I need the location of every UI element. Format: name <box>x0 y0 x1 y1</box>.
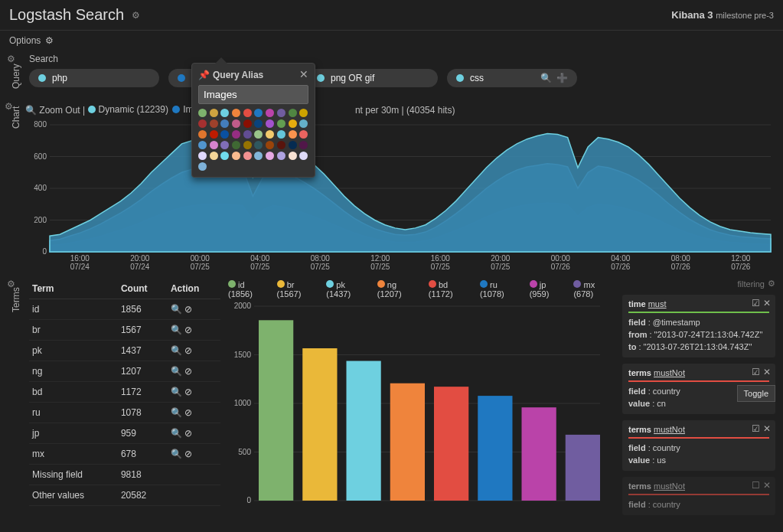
options-gear-icon[interactable]: ⚙ <box>45 35 54 46</box>
remove-icon[interactable]: ✕ <box>763 480 771 491</box>
color-swatch[interactable] <box>220 130 229 139</box>
color-swatch[interactable] <box>210 109 218 117</box>
color-swatch[interactable] <box>277 130 285 139</box>
svg-text:04:00: 04:00 <box>250 254 269 263</box>
color-swatch[interactable] <box>210 130 218 139</box>
terms-table: Term Count Action id1856🔍 ⊘br1567🔍 ⊘pk14… <box>29 279 220 506</box>
color-swatch[interactable] <box>232 119 240 128</box>
timeseries-chart[interactable]: 020040060080016:0007/2420:0007/2400:0007… <box>25 120 775 273</box>
color-swatch[interactable] <box>220 109 229 117</box>
color-swatch[interactable] <box>254 130 263 139</box>
color-swatch[interactable] <box>210 152 218 160</box>
color-swatch[interactable] <box>198 130 207 139</box>
checkbox-icon[interactable]: ☑ <box>752 367 760 377</box>
color-swatch[interactable] <box>266 152 274 160</box>
color-swatch[interactable] <box>289 152 297 160</box>
color-swatch[interactable] <box>254 119 263 128</box>
filter-out-icon[interactable]: ⊘ <box>184 345 192 356</box>
color-swatch[interactable] <box>277 109 285 117</box>
color-swatch[interactable] <box>299 109 308 117</box>
filtering-gear-icon[interactable]: ⚙ <box>768 279 775 289</box>
color-swatch[interactable] <box>220 152 229 160</box>
color-swatch[interactable] <box>232 141 240 149</box>
color-swatch[interactable] <box>289 130 297 139</box>
color-swatch[interactable] <box>266 130 274 139</box>
color-swatch[interactable] <box>266 109 274 117</box>
remove-icon[interactable]: ✕ <box>763 423 771 434</box>
color-swatch[interactable] <box>243 130 252 139</box>
svg-text:2000: 2000 <box>234 302 252 310</box>
color-swatch[interactable] <box>277 119 285 128</box>
zoom-icon[interactable]: 🔍 <box>25 105 37 116</box>
color-swatch[interactable] <box>198 141 207 149</box>
checkbox-icon[interactable]: ☑ <box>752 298 760 308</box>
color-swatch[interactable] <box>232 130 240 139</box>
color-swatch[interactable] <box>299 141 308 149</box>
filter-out-icon[interactable]: ⊘ <box>184 428 192 439</box>
color-swatch[interactable] <box>220 119 229 128</box>
color-swatch[interactable] <box>299 119 308 128</box>
color-swatch[interactable] <box>243 141 252 149</box>
color-swatch[interactable] <box>254 152 263 160</box>
color-swatch[interactable] <box>243 152 252 160</box>
filter-out-icon[interactable]: ⊘ <box>184 449 192 459</box>
filter-in-icon[interactable]: 🔍 <box>171 366 182 377</box>
color-swatch[interactable] <box>289 119 297 128</box>
filter-in-icon[interactable]: 🔍 <box>171 428 182 439</box>
color-swatch[interactable] <box>266 141 274 149</box>
terms-gear-icon[interactable]: ⚙ <box>7 279 15 518</box>
filter-out-icon[interactable]: ⊘ <box>184 304 192 315</box>
query-pill[interactable]: php <box>29 69 159 87</box>
filter-in-icon[interactable]: 🔍 <box>171 325 182 335</box>
filter-in-icon[interactable]: 🔍 <box>171 345 182 356</box>
color-swatch[interactable] <box>299 130 308 139</box>
color-swatch[interactable] <box>210 141 218 149</box>
color-swatch[interactable] <box>210 119 218 128</box>
color-swatch[interactable] <box>289 109 297 117</box>
color-swatch[interactable] <box>243 119 252 128</box>
alias-input[interactable] <box>198 85 308 104</box>
remove-icon[interactable]: ✕ <box>763 367 771 377</box>
color-swatch[interactable] <box>266 119 274 128</box>
color-swatch[interactable] <box>299 152 308 160</box>
filter-out-icon[interactable]: ⊘ <box>184 387 192 397</box>
options-link[interactable]: Options <box>9 35 41 46</box>
color-swatch[interactable] <box>277 141 285 149</box>
zoom-out[interactable]: Zoom Out <box>39 105 80 116</box>
color-swatch[interactable] <box>220 141 229 149</box>
search-icon[interactable]: 🔍 <box>540 73 552 83</box>
svg-text:07/25: 07/25 <box>431 263 450 271</box>
svg-rect-48 <box>434 387 468 501</box>
filter-out-icon[interactable]: ⊘ <box>184 366 192 377</box>
filter-out-icon[interactable]: ⊘ <box>184 407 192 418</box>
color-swatch[interactable] <box>254 141 263 149</box>
color-swatch[interactable] <box>277 152 285 160</box>
search-label: Search <box>29 54 775 64</box>
checkbox-icon[interactable]: ☑ <box>752 423 760 434</box>
filter-out-icon[interactable]: ⊘ <box>184 325 192 335</box>
popover-close-icon[interactable]: ✕ <box>299 68 308 80</box>
svg-text:400: 400 <box>34 184 47 192</box>
svg-text:07/25: 07/25 <box>370 263 390 271</box>
filter-in-icon[interactable]: 🔍 <box>171 387 182 397</box>
color-swatch[interactable] <box>198 119 207 128</box>
query-pill[interactable]: png OR gif <box>308 69 438 87</box>
remove-icon[interactable]: ✕ <box>763 298 771 308</box>
filter-in-icon[interactable]: 🔍 <box>171 304 182 315</box>
color-swatch[interactable] <box>232 109 240 117</box>
table-row: Missing field9818 <box>29 465 220 485</box>
color-swatch[interactable] <box>198 162 207 171</box>
terms-bar-chart[interactable]: 0500100015002000 <box>228 302 615 508</box>
color-swatch[interactable] <box>254 109 263 117</box>
add-icon[interactable]: ➕ <box>556 73 568 83</box>
color-swatch[interactable] <box>243 109 252 117</box>
title-gear-icon[interactable]: ⚙ <box>132 10 140 21</box>
query-pill[interactable]: css🔍➕ <box>447 69 577 87</box>
filter-in-icon[interactable]: 🔍 <box>171 449 182 459</box>
color-swatch[interactable] <box>198 152 207 160</box>
color-swatch[interactable] <box>198 109 207 117</box>
filter-in-icon[interactable]: 🔍 <box>171 407 182 418</box>
color-swatch[interactable] <box>232 152 240 160</box>
color-swatch[interactable] <box>289 141 297 149</box>
checkbox-icon[interactable]: ☐ <box>752 480 760 491</box>
